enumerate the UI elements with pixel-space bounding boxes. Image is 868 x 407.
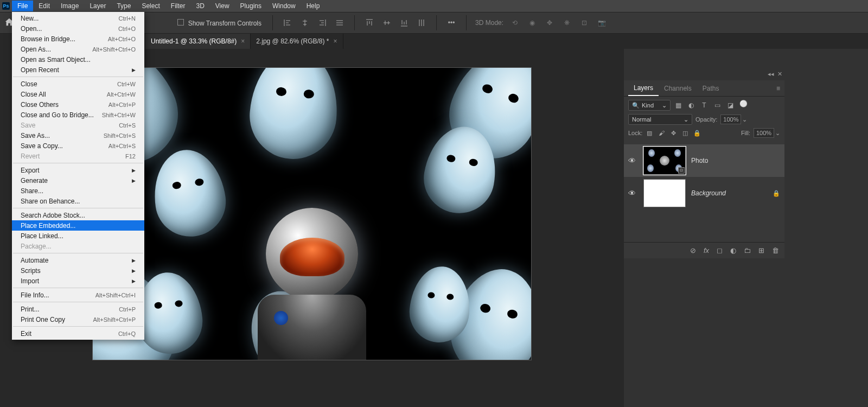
3d-orbit-icon[interactable]: ⟲ xyxy=(509,17,521,29)
3d-camera-icon[interactable]: 📷 xyxy=(596,17,608,29)
3d-zoom-icon[interactable]: ⊡ xyxy=(578,17,590,29)
collapse-icon[interactable]: ◂◂ xyxy=(768,71,774,78)
menu-item-open-as-smart-object[interactable]: Open as Smart Object... xyxy=(12,54,144,65)
chevron-down-icon[interactable]: ⌄ xyxy=(742,116,747,123)
layer-name[interactable]: Photo xyxy=(691,157,780,164)
align-middle-icon[interactable] xyxy=(381,17,393,29)
menu-select[interactable]: Select xyxy=(136,1,165,11)
menu-item-print[interactable]: Print...Ctrl+P xyxy=(12,304,144,314)
menu-item-exit[interactable]: ExitCtrl+Q xyxy=(12,328,144,339)
3d-roll-icon[interactable]: ◉ xyxy=(526,17,538,29)
menu-image[interactable]: Image xyxy=(55,1,84,11)
menu-item-search-adobe-stock[interactable]: Search Adobe Stock... xyxy=(12,210,144,220)
document-canvas[interactable] xyxy=(92,67,532,360)
adjustment-layer-icon[interactable]: ◐ xyxy=(730,246,736,255)
new-layer-icon[interactable]: ⊞ xyxy=(758,246,764,255)
menu-type[interactable]: Type xyxy=(111,1,136,11)
menu-item-open[interactable]: Open...Ctrl+O xyxy=(12,23,144,34)
close-tab-icon[interactable]: × xyxy=(334,37,337,45)
lock-icon[interactable]: 🔒 xyxy=(773,190,780,197)
filter-toggle-icon[interactable]: ⚪ xyxy=(739,99,748,108)
filter-shape-icon[interactable]: ▭ xyxy=(713,101,722,110)
menu-edit[interactable]: Edit xyxy=(33,1,55,11)
menu-help[interactable]: Help xyxy=(301,1,326,11)
menu-item-close-all[interactable]: Close AllAlt+Ctrl+W xyxy=(12,89,144,99)
menu-item-place-linked[interactable]: Place Linked... xyxy=(12,231,144,241)
menu-item-save-as[interactable]: Save As...Shift+Ctrl+S xyxy=(12,130,144,141)
layer-mask-icon[interactable]: ◻ xyxy=(717,246,723,255)
filter-pixel-icon[interactable]: ▦ xyxy=(674,101,682,110)
menu-item-print-one-copy[interactable]: Print One CopyAlt+Shift+Ctrl+P xyxy=(12,314,144,325)
lock-transparency-icon[interactable]: ▨ xyxy=(646,129,653,137)
document-tab[interactable]: Untitled-1 @ 33.3% (RGB/8#)× xyxy=(145,34,251,49)
filter-adjustment-icon[interactable]: ◐ xyxy=(687,101,695,110)
chevron-down-icon[interactable]: ⌄ xyxy=(775,130,780,137)
menu-item-open-as[interactable]: Open As...Alt+Shift+Ctrl+O xyxy=(12,44,144,54)
filter-type-icon[interactable]: T xyxy=(700,101,709,110)
layer-row-background[interactable]: 👁 Background 🔒 xyxy=(624,177,784,209)
chevron-down-icon: ⌄ xyxy=(662,102,667,109)
lock-pixels-icon[interactable]: 🖌 xyxy=(658,129,665,137)
menu-item-import[interactable]: Import▶ xyxy=(12,276,144,286)
distribute-v-icon[interactable] xyxy=(416,17,427,29)
menu-layer[interactable]: Layer xyxy=(84,1,111,11)
3d-slide-icon[interactable]: ❋ xyxy=(561,17,573,29)
menu-item-scripts[interactable]: Scripts▶ xyxy=(12,265,144,276)
menu-plugins[interactable]: Plugins xyxy=(235,1,267,11)
menu-item-browse-in-bridge[interactable]: Browse in Bridge...Alt+Ctrl+O xyxy=(12,34,144,44)
menu-item-open-recent[interactable]: Open Recent▶ xyxy=(12,65,144,75)
menu-item-share-on-behance[interactable]: Share on Behance... xyxy=(12,196,144,206)
visibility-icon[interactable]: 👁 xyxy=(628,189,638,198)
panel-menu-icon[interactable]: ≡ xyxy=(776,85,780,92)
document-tab[interactable]: 2.jpg @ 82.6% (RGB/8) *× xyxy=(251,34,343,49)
delete-layer-icon[interactable]: 🗑 xyxy=(772,246,779,255)
menu-item-new[interactable]: New...Ctrl+N xyxy=(12,13,144,23)
menu-view[interactable]: View xyxy=(210,1,235,11)
blend-mode-select[interactable]: Normal ⌄ xyxy=(628,114,692,125)
fill-value[interactable]: 100% xyxy=(754,128,774,138)
align-top-icon[interactable] xyxy=(363,17,375,29)
menu-window[interactable]: Window xyxy=(267,1,301,11)
menu-item-save-a-copy[interactable]: Save a Copy...Alt+Ctrl+S xyxy=(12,141,144,151)
tab-layers[interactable]: Layers xyxy=(628,81,659,96)
align-right-icon[interactable] xyxy=(316,17,328,29)
align-left-icon[interactable] xyxy=(282,17,293,29)
close-tab-icon[interactable]: × xyxy=(241,37,245,45)
filter-smart-icon[interactable]: ◪ xyxy=(726,101,735,110)
menu-item-place-embedded[interactable]: Place Embedded... xyxy=(12,220,144,231)
menu-item-generate[interactable]: Generate▶ xyxy=(12,175,144,186)
opacity-value[interactable]: 100% xyxy=(720,115,741,124)
menu-item-export[interactable]: Export▶ xyxy=(12,165,144,175)
menu-item-automate[interactable]: Automate▶ xyxy=(12,255,144,265)
visibility-icon[interactable]: 👁 xyxy=(628,156,638,165)
menu-item-close[interactable]: CloseCtrl+W xyxy=(12,79,144,89)
layer-group-icon[interactable]: 🗀 xyxy=(744,246,751,255)
align-center-h-icon[interactable] xyxy=(299,17,311,29)
menu-item-file-info[interactable]: File Info...Alt+Shift+Ctrl+I xyxy=(12,290,144,300)
menu-filter[interactable]: Filter xyxy=(165,1,191,11)
menu-file[interactable]: File xyxy=(12,1,33,11)
tab-paths[interactable]: Paths xyxy=(697,81,725,96)
link-layers-icon[interactable]: ⊘ xyxy=(690,246,696,255)
menu-item-share[interactable]: Share... xyxy=(12,186,144,196)
more-options-icon[interactable]: ••• xyxy=(445,17,457,29)
distribute-icon[interactable] xyxy=(334,17,346,29)
menu-item-close-others[interactable]: Close OthersAlt+Ctrl+P xyxy=(12,99,144,110)
layer-filter-kind[interactable]: 🔍 Kind ⌄ xyxy=(628,100,671,111)
layer-style-icon[interactable]: fx xyxy=(704,246,709,255)
3d-pan-icon[interactable]: ✥ xyxy=(544,17,556,29)
lock-artboard-icon[interactable]: ◫ xyxy=(681,129,689,137)
lock-position-icon[interactable]: ✥ xyxy=(669,129,677,137)
show-transform-checkbox[interactable] xyxy=(177,19,184,26)
lock-all-icon[interactable]: 🔒 xyxy=(693,129,701,137)
menu-item-close-and-go-to-bridge[interactable]: Close and Go to Bridge...Shift+Ctrl+W xyxy=(12,110,144,120)
align-bottom-icon[interactable] xyxy=(398,17,410,29)
menu-3d[interactable]: 3D xyxy=(190,1,209,11)
layer-thumbnail[interactable]: ⊡ xyxy=(643,147,686,175)
layer-name[interactable]: Background xyxy=(691,189,767,197)
layer-thumbnail[interactable] xyxy=(643,179,686,207)
tab-channels[interactable]: Channels xyxy=(659,81,697,96)
close-panel-icon[interactable]: ✕ xyxy=(777,71,782,78)
layer-row-photo[interactable]: 👁 ⊡ Photo xyxy=(624,144,784,177)
menu-separator xyxy=(13,208,143,208)
